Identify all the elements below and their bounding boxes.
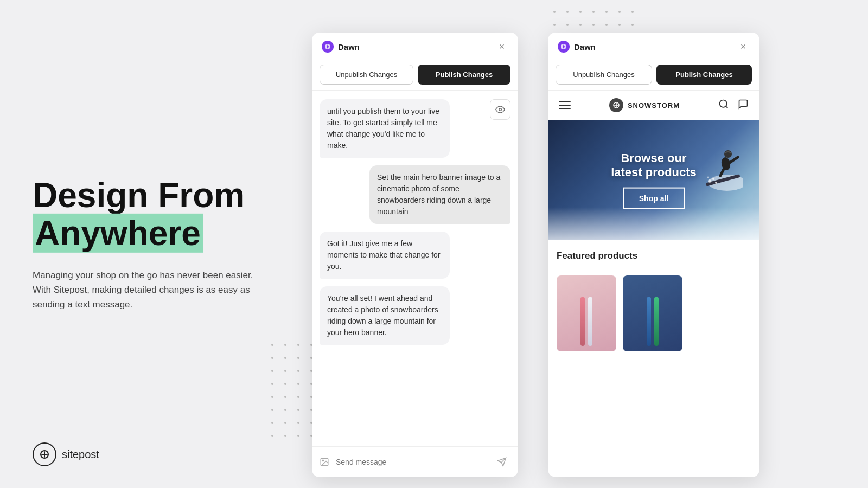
preview-site-nav: SNOWSTORM xyxy=(548,91,760,120)
svg-point-4 xyxy=(499,108,502,111)
snow-spray-effect xyxy=(548,207,760,240)
chat-message-bot-3: You're all set! I went ahead and created… xyxy=(320,286,510,345)
chat-bot-bubble-2: Got it! Just give me a few moments to ma… xyxy=(320,232,450,279)
chat-window: Dawn × Unpublish Changes Publish Changes… xyxy=(312,33,518,477)
ski-3 xyxy=(647,297,651,346)
left-hero-section: Design From Anywhere Managing your shop … xyxy=(33,176,271,312)
site-logo: SNOWSTORM xyxy=(609,98,680,112)
chat-header-left: Dawn xyxy=(322,41,360,53)
chat-messages: until you publish them to your live site… xyxy=(312,91,518,446)
hero-text-overlay: Browse our latest products Shop all xyxy=(611,151,697,209)
logo-icon xyxy=(33,442,56,466)
hamburger-menu-icon[interactable] xyxy=(559,101,571,109)
send-icon xyxy=(497,457,507,467)
chat-bot-bubble-1: until you publish them to your live site… xyxy=(320,99,450,158)
hero-heading: Design From Anywhere xyxy=(33,176,271,253)
image-attach-icon xyxy=(320,456,331,468)
ski-pair-1 xyxy=(580,297,592,346)
featured-products-section: Featured products xyxy=(548,240,760,267)
hero-title-line2: Anywhere xyxy=(33,214,203,253)
dawn-icon xyxy=(322,41,334,53)
chat-unpublish-button[interactable]: Unpublish Changes xyxy=(320,65,413,85)
chat-window-title: Dawn xyxy=(338,42,360,52)
preview-dawn-icon xyxy=(558,41,570,53)
eye-icon xyxy=(495,105,505,114)
chat-toolbar: Unpublish Changes Publish Changes xyxy=(312,59,518,91)
site-logo-text: SNOWSTORM xyxy=(628,101,680,110)
site-hero-section: Browse our latest products Shop all xyxy=(548,120,760,240)
svg-point-13 xyxy=(720,100,727,107)
svg-point-22 xyxy=(708,179,711,183)
preview-window: Dawn × Unpublish Changes Publish Changes… xyxy=(548,33,760,477)
eye-icon-button[interactable] xyxy=(490,99,510,120)
svg-point-6 xyxy=(322,460,323,461)
svg-line-20 xyxy=(720,169,724,176)
ski-pair-2 xyxy=(647,297,659,346)
ski-1 xyxy=(580,297,585,346)
preview-close-button[interactable]: × xyxy=(737,40,750,53)
snowboarder-silhouette xyxy=(700,131,743,191)
preview-dawn-logo-icon xyxy=(560,43,567,50)
chat-message-bot-2: Got it! Just give me a few moments to ma… xyxy=(320,232,510,279)
nav-action-icons xyxy=(718,99,749,112)
chat-message-bot-1: until you publish them to your live site… xyxy=(320,99,510,158)
featured-products-title: Featured products xyxy=(557,251,751,261)
chat-icon[interactable] xyxy=(738,99,749,112)
chat-user-bubble-1: Set the main hero banner image to a cine… xyxy=(369,165,510,224)
preview-publish-button[interactable]: Publish Changes xyxy=(656,65,752,85)
send-button[interactable] xyxy=(493,453,510,471)
preview-window-title: Dawn xyxy=(574,42,596,52)
hero-title-line1: Design From xyxy=(33,176,245,215)
shop-all-button[interactable]: Shop all xyxy=(623,187,685,209)
preview-toolbar: Unpublish Changes Publish Changes xyxy=(548,59,760,91)
svg-line-14 xyxy=(726,106,728,108)
chat-publish-button[interactable]: Publish Changes xyxy=(418,65,510,85)
logo-text: sitepost xyxy=(62,448,99,461)
product-card-2[interactable] xyxy=(623,275,682,351)
site-logo-circle xyxy=(609,98,623,112)
chat-message-user-1: Set the main hero banner image to a cine… xyxy=(320,165,510,224)
svg-point-24 xyxy=(707,177,709,178)
svg-point-21 xyxy=(712,178,714,180)
preview-header: Dawn × xyxy=(548,33,760,59)
chat-close-button[interactable]: × xyxy=(495,40,508,53)
search-icon[interactable] xyxy=(718,99,729,112)
hero-description: Managing your shop on the go has never b… xyxy=(33,268,271,312)
dawn-logo-icon xyxy=(324,43,331,50)
chat-bot-bubble-3: You're all set! I went ahead and created… xyxy=(320,286,450,345)
chat-input-field[interactable] xyxy=(336,458,489,466)
sitepost-logo-icon xyxy=(39,448,50,460)
svg-point-23 xyxy=(715,182,717,184)
preview-header-left: Dawn xyxy=(558,41,596,53)
hero-site-title: Browse our latest products xyxy=(611,151,697,180)
ski-2 xyxy=(588,297,592,346)
logo: sitepost xyxy=(33,442,99,466)
ski-4 xyxy=(654,297,659,346)
svg-line-19 xyxy=(730,157,738,163)
chat-input-area xyxy=(312,446,518,477)
chat-header: Dawn × xyxy=(312,33,518,59)
preview-unpublish-button[interactable]: Unpublish Changes xyxy=(556,65,652,85)
product-card-1[interactable] xyxy=(557,275,616,351)
site-logo-icon xyxy=(612,101,621,110)
products-row xyxy=(548,267,760,351)
